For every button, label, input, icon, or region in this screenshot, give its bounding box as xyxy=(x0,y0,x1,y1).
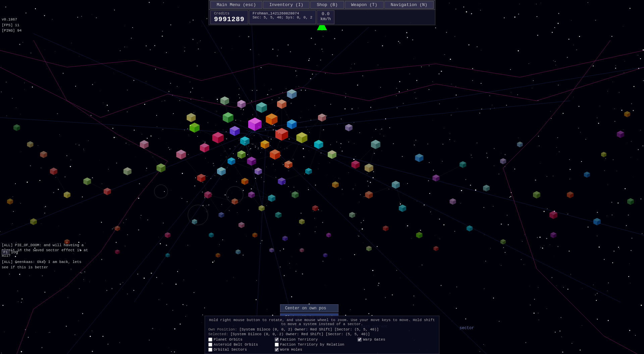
speed-value: 0.0 xyxy=(320,11,331,16)
player-name: Frohman_1421260828074 xyxy=(253,11,312,15)
selected-label: Selected: xyxy=(208,332,230,336)
weapon-btn[interactable]: Weapon (T) xyxy=(345,1,384,9)
faction-territory-relation-checkbox[interactable]: Faction Territory by Relation xyxy=(275,343,344,347)
faction-territory-relation-input[interactable] xyxy=(275,343,279,347)
chat-message-1: [ALL] Geenkaas: Okay I am back, lets see… xyxy=(2,260,89,270)
version-text: v0.1867 xyxy=(2,17,21,23)
sector-info: Sec: 5, 5, 40; Sys: 0, 0, 2 xyxy=(253,15,312,19)
worm-holes-checkbox[interactable]: Worm Holes xyxy=(275,348,344,352)
debug-info: v0.1867 [FPS] 11 [PING] 94 xyxy=(2,17,21,34)
faction-territory-label: Faction Territory xyxy=(280,338,318,342)
orbital-sectors-label: Orbital Sectors xyxy=(214,348,247,352)
planet-orbits-input[interactable] xyxy=(208,338,212,342)
center-own-pos-btn[interactable]: Center on own pos xyxy=(280,304,338,312)
orbital-sectors-input[interactable] xyxy=(208,348,212,352)
chat-log: [ALL] PIE_OF_DOOM: and will haveing a pl… xyxy=(2,243,89,270)
navigation-btn[interactable]: Navigation (N) xyxy=(384,1,434,9)
faction-territory-relation-label: Faction Territory by Relation xyxy=(280,343,344,347)
credits-value: 9991289 xyxy=(214,15,245,23)
warp-gates-checkbox[interactable]: Warp Gates xyxy=(358,338,385,342)
topbar: Main Menu (esc) Inventory (I) Shop (B) W… xyxy=(209,0,435,25)
planet-orbits-checkbox[interactable]: Planet Orbits xyxy=(208,338,258,342)
speed-label: km/h xyxy=(320,16,331,21)
fps-text: [FPS] 11 xyxy=(2,23,21,28)
credits-display: Credits 9991289 xyxy=(210,10,248,24)
space-view xyxy=(0,0,644,354)
player-info: Frohman_1421260828074 Sec: 5, 5, 40; Sys… xyxy=(249,10,316,24)
warp-gates-input[interactable] xyxy=(358,338,362,342)
instruction-text: Hold right mouse button to rotate, and u… xyxy=(208,318,436,326)
asteroid-belt-orbits-checkbox[interactable]: Asteroid Belt Orbits xyxy=(208,343,258,347)
own-position-value: [System Diloco (0, 0, 2) Owner: Red Shif… xyxy=(239,327,379,331)
ping-text: [PING] 94 xyxy=(2,28,21,34)
worm-holes-label: Worm Holes xyxy=(280,348,302,352)
own-position-row: Own Position: [System Diloco (0, 0, 2) O… xyxy=(208,327,436,331)
checkboxes-area: Planet Orbits Asteroid Belt Orbits Orbit… xyxy=(208,338,436,352)
log-label: log xyxy=(11,250,18,255)
planet-orbits-label: Planet Orbits xyxy=(214,338,243,342)
main-menu-btn[interactable]: Main Menu (esc) xyxy=(210,1,262,9)
faction-territory-input[interactable] xyxy=(275,338,279,342)
status-bar: Credits 9991289 Frohman_1421260828074 Se… xyxy=(209,10,435,25)
inventory-btn[interactable]: Inventory (I) xyxy=(263,1,310,9)
own-position-label: Own Position: xyxy=(208,327,239,331)
selected-row: Selected: [System Diloco (0, 0, 2) Owner… xyxy=(208,332,436,336)
checkbox-col-left: Planet Orbits Asteroid Belt Orbits Orbit… xyxy=(208,338,258,352)
worm-holes-input[interactable] xyxy=(275,348,279,352)
warp-gates-label: Warp Gates xyxy=(363,338,385,342)
checkbox-col-right: Faction Territory Faction Territory by R… xyxy=(275,338,344,352)
bottom-panel: Hold right mouse button to rotate, and u… xyxy=(205,316,439,354)
speed-display: 0.0 km/h xyxy=(317,10,334,24)
checkbox-col-far-right: Warp Gates xyxy=(358,338,385,352)
f1-log-area: F1 log xyxy=(2,250,18,255)
shop-btn[interactable]: Shop (B) xyxy=(310,1,344,9)
f1-key-badge: F1 xyxy=(2,250,9,255)
selected-value: [System Diloco (0, 0, 2) Owner: Red Shif… xyxy=(230,332,370,336)
asteroid-belt-orbits-input[interactable] xyxy=(208,343,212,347)
asteroid-belt-orbits-label: Asteroid Belt Orbits xyxy=(214,343,258,347)
orbital-sectors-checkbox[interactable]: Orbital Sectors xyxy=(208,348,258,352)
credits-label: Credits xyxy=(214,11,245,15)
nav-buttons: Main Menu (esc) Inventory (I) Shop (B) W… xyxy=(209,0,435,10)
faction-territory-checkbox[interactable]: Faction Territory xyxy=(275,338,344,342)
